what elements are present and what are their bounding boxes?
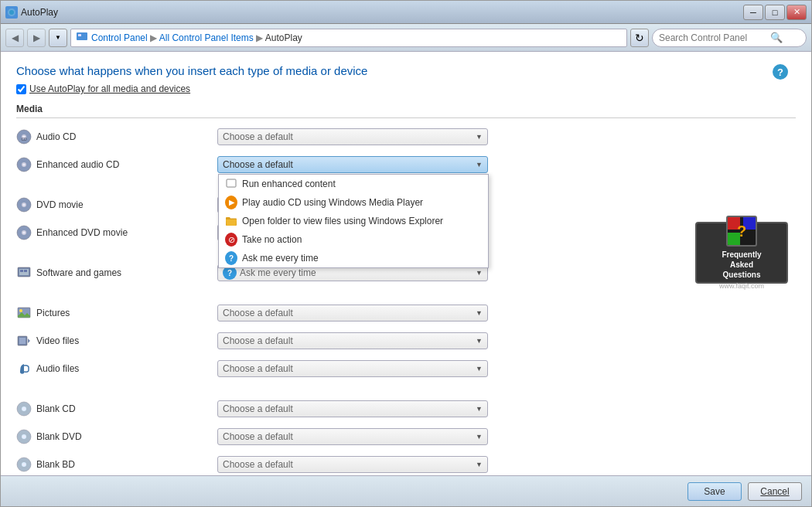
audio-cd-icon: CD (16, 129, 32, 145)
media-section-header: Media (16, 104, 796, 118)
dropdown-arrow-icon: ▼ (476, 433, 483, 441)
menu-item-play-audio[interactable]: ▶ Play audio CD using Windows Media Play… (219, 193, 488, 212)
close-button[interactable]: ✕ (786, 5, 807, 20)
audio-files-dropdown[interactable]: Choose a default ▼ (217, 360, 488, 377)
svg-rect-20 (20, 270, 23, 272)
enhanced-audio-cd-dropdown[interactable]: Choose a default ▼ Run enhanced content (217, 156, 488, 173)
blank-dvd-dropdown[interactable]: Choose a default ▼ (217, 428, 488, 445)
dropdown-button[interactable]: ▼ (49, 29, 67, 47)
svg-rect-24 (18, 315, 30, 318)
menu-item-play-audio-label: Play audio CD using Windows Media Player (242, 197, 423, 208)
list-item: Audio files Choose a default ▼ (16, 358, 796, 379)
pictures-dropdown[interactable]: Choose a default ▼ (217, 305, 488, 322)
video-files-text: Video files (36, 335, 79, 346)
dvd-movie-text: DVD movie (36, 199, 84, 210)
svg-rect-11 (227, 179, 236, 187)
title-bar-controls: ─ □ ✕ (743, 5, 807, 20)
breadcrumb: Control Panel ▶ All Control Panel Items … (70, 29, 627, 47)
video-files-icon (16, 333, 32, 349)
pictures-label: Pictures (16, 305, 217, 321)
software-games-icon (16, 265, 32, 281)
refresh-button[interactable]: ↻ (630, 29, 649, 47)
minimize-button[interactable]: ─ (743, 5, 763, 20)
maximize-button[interactable]: □ (765, 5, 785, 20)
audio-cd-dropdown[interactable]: Choose a default ▼ (217, 128, 488, 145)
svg-rect-27 (19, 338, 26, 344)
faq-text: FrequentlyAskedQuestions (722, 250, 761, 280)
menu-item-take-no-action[interactable]: ⊘ Take no action (219, 230, 488, 249)
video-files-dropdown[interactable]: Choose a default ▼ (217, 332, 488, 349)
cancel-button[interactable]: Cancel (748, 482, 802, 501)
run-enhanced-icon (225, 178, 237, 190)
blank-dvd-icon (16, 429, 32, 444)
blank-cd-dropdown[interactable]: Choose a default ▼ (217, 400, 488, 417)
dropdown-arrow-icon: ▼ (476, 365, 483, 373)
dropdown-arrow-icon: ▼ (476, 161, 483, 168)
svg-rect-3 (78, 34, 81, 36)
dvd-movie-icon (16, 197, 32, 213)
list-item: Pictures Choose a default ▼ (16, 302, 796, 324)
search-input[interactable] (659, 32, 767, 43)
dropdown-arrow-icon: ▼ (476, 405, 483, 413)
blank-cd-text: Blank CD (36, 403, 76, 414)
title-bar: AutoPlay ─ □ ✕ (1, 1, 811, 24)
open-folder-icon (225, 215, 237, 227)
breadcrumb-autoplay: AutoPlay (265, 32, 302, 43)
faq-url: www.faqit.com (719, 282, 764, 290)
blank-cd-label: Blank CD (16, 401, 217, 417)
faq-widget: ? FrequentlyAskedQuestions www.faqit.com (695, 222, 788, 284)
menu-item-take-no-action-label: Take no action (242, 234, 302, 245)
svg-point-14 (23, 204, 26, 206)
forward-button[interactable]: ▶ (27, 29, 46, 47)
software-games-label: Software and games (16, 265, 217, 281)
svg-point-23 (19, 309, 22, 312)
svg-point-17 (23, 232, 26, 234)
dropdown-arrow-icon: ▼ (476, 337, 483, 345)
audio-cd-label: CD Audio CD (16, 129, 217, 145)
pictures-text: Pictures (36, 308, 70, 318)
dropdown-arrow-icon: ▼ (476, 269, 483, 277)
dropdown-arrow-icon: ▼ (476, 309, 483, 317)
menu-item-run-enhanced[interactable]: Run enhanced content (219, 175, 488, 193)
svg-point-36 (23, 464, 26, 466)
back-button[interactable]: ◀ (5, 29, 24, 47)
enhanced-audio-cd-text: Enhanced audio CD (36, 159, 119, 170)
blank-bd-dropdown[interactable]: Choose a default ▼ (217, 456, 488, 473)
breadcrumb-control-panel[interactable]: Control Panel (91, 32, 148, 43)
list-item: Blank BD Choose a default ▼ (16, 454, 796, 475)
play-audio-icon: ▶ (225, 196, 237, 209)
menu-item-open-folder[interactable]: Open folder to view files using Windows … (219, 212, 488, 230)
list-item: Blank CD Choose a default ▼ (16, 398, 796, 420)
dvd-movie-label: DVD movie (16, 197, 217, 213)
save-button[interactable]: Save (687, 482, 742, 501)
blank-dvd-label: Blank DVD (16, 429, 217, 444)
main-window: AutoPlay ─ □ ✕ ◀ ▶ ▼ Control Panel ▶ All… (0, 0, 812, 507)
menu-item-run-enhanced-label: Run enhanced content (242, 179, 336, 189)
main-content: ? Choose what happens when you insert ea… (1, 52, 811, 475)
address-bar: ◀ ▶ ▼ Control Panel ▶ All Control Panel … (1, 24, 811, 52)
menu-item-ask-every-time-label: Ask me every time (242, 253, 319, 264)
svg-point-1 (9, 10, 14, 15)
search-box: 🔍 (652, 29, 807, 47)
search-icon[interactable]: 🔍 (770, 32, 783, 43)
video-files-label: Video files (16, 333, 217, 349)
dropdown-arrow-icon: ▼ (476, 461, 483, 468)
breadcrumb-all-items[interactable]: All Control Panel Items (159, 32, 254, 43)
list-item: CD Audio CD Choose a default ▼ (16, 126, 796, 148)
autoplay-checkbox[interactable] (16, 84, 26, 94)
svg-point-10 (23, 164, 26, 166)
software-games-text: Software and games (36, 267, 121, 278)
ask-every-time-icon: ? (225, 252, 237, 264)
blank-bd-text: Blank BD (36, 459, 75, 470)
blank-dvd-text: Blank DVD (36, 431, 82, 442)
help-button[interactable]: ? (773, 64, 788, 80)
autoplay-label[interactable]: Use AutoPlay for all media and devices (29, 83, 190, 94)
audio-cd-text: Audio CD (36, 131, 76, 142)
enhanced-dvd-movie-text: Enhanced DVD movie (36, 227, 128, 238)
menu-item-open-folder-label: Open folder to view files using Windows … (242, 216, 443, 226)
dropdown-arrow-icon: ▼ (476, 133, 483, 141)
enhanced-audio-cd-menu: Run enhanced content ▶ Play audio CD usi… (218, 174, 489, 268)
audio-files-label: Audio files (16, 361, 217, 376)
enhanced-audio-cd-icon (16, 157, 32, 172)
menu-item-ask-every-time[interactable]: ? Ask me every time (219, 249, 488, 267)
